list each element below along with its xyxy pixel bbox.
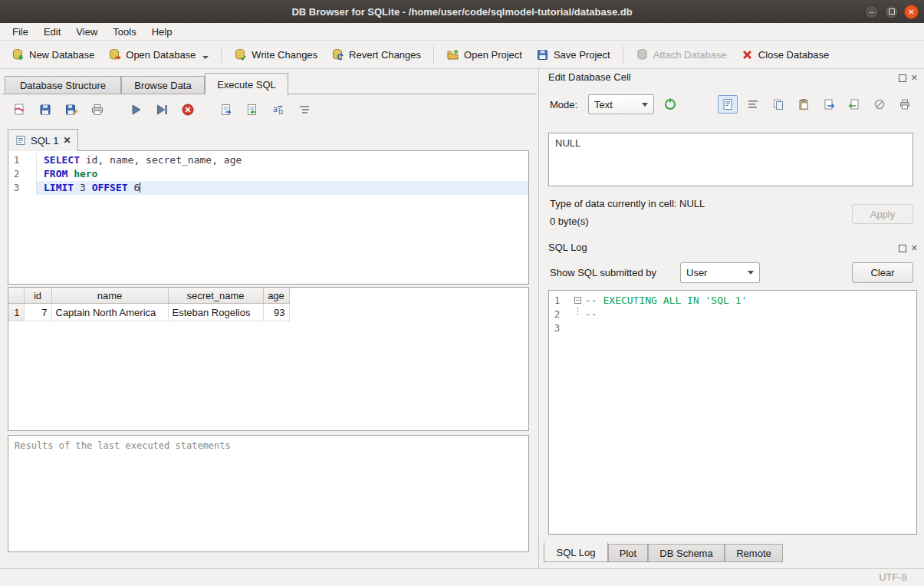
line-number: 3 (549, 321, 572, 335)
sql-file-tab[interactable]: SQL 1 ✕ (8, 129, 78, 151)
menu-edit[interactable]: Edit (36, 25, 68, 39)
row-header[interactable]: 1 (8, 304, 24, 321)
col-header-secret-name[interactable]: secret_name (168, 288, 263, 304)
cell-name[interactable]: Captain North America (51, 304, 168, 321)
maximize-button[interactable] (884, 5, 899, 19)
apply-button[interactable]: Apply (852, 204, 913, 224)
paste-cell-button[interactable] (794, 95, 814, 114)
log-filter-combobox[interactable]: User (680, 262, 760, 283)
encoding-status: UTF-8 (879, 571, 907, 583)
mode-combobox-value: Text (594, 99, 613, 110)
write-changes-button[interactable]: Write Changes (227, 44, 324, 65)
set-null-button[interactable] (870, 95, 889, 114)
save-sql-as-button[interactable] (61, 100, 81, 120)
tab-database-structure[interactable]: Database Structure (5, 76, 121, 94)
save-sql-file-icon (38, 103, 52, 117)
col-header-name[interactable]: name (51, 288, 168, 304)
open-database-button[interactable]: Open Database (101, 44, 215, 65)
sql-toolbar: ab (9, 100, 314, 120)
stop-execution-button[interactable] (178, 100, 198, 120)
tab-plot[interactable]: Plot (608, 544, 648, 562)
open-project-icon (446, 48, 459, 61)
svg-text:a: a (273, 105, 278, 114)
import-sql-icon (245, 103, 259, 117)
import-cell-button[interactable] (819, 95, 839, 114)
auto-mode-button[interactable] (660, 95, 680, 114)
import-cell-icon (823, 98, 835, 110)
fold-column: − (572, 294, 585, 308)
menu-tools[interactable]: Tools (105, 25, 143, 39)
export-results-button[interactable] (216, 100, 236, 120)
write-changes-label: Write Changes (252, 49, 317, 61)
sql-log-view[interactable]: 1 − -- EXECUTING ALL IN 'SQL 1' 2 -- 3 (548, 290, 917, 535)
execution-message-pane[interactable]: Results of the last executed statements (8, 435, 529, 552)
menu-help[interactable]: Help (144, 25, 180, 39)
log-line-3: 3 (549, 321, 916, 335)
log-filter-label: Show SQL submitted by (550, 267, 656, 278)
dock-close-icon[interactable]: ✕ (911, 244, 918, 252)
export-cell-icon (848, 98, 860, 110)
open-sql-file-button[interactable] (9, 100, 29, 120)
mode-combobox[interactable]: Text (588, 94, 654, 114)
attach-database-label: Attach Database (653, 49, 727, 61)
log-text: -- EXECUTING ALL IN 'SQL 1' (585, 294, 747, 308)
export-results-icon (219, 103, 233, 117)
log-text: -- (585, 308, 597, 321)
mode-label: Mode: (550, 99, 577, 110)
word-wrap-icon (747, 98, 759, 110)
execute-all-button[interactable] (126, 100, 146, 120)
dock-float-icon[interactable] (899, 245, 906, 252)
print-sql-button[interactable] (87, 100, 107, 120)
corner-header[interactable] (8, 288, 24, 304)
write-changes-icon (234, 48, 247, 61)
close-database-button[interactable]: Close Database (734, 44, 837, 65)
clear-log-button[interactable]: Clear (852, 262, 913, 283)
revert-changes-button[interactable]: Revert Changes (324, 44, 428, 65)
find-replace-button[interactable]: ab (268, 100, 288, 120)
minimize-button[interactable]: – (864, 5, 879, 19)
print-cell-button[interactable] (895, 95, 915, 114)
cell-editor[interactable]: NULL (548, 133, 913, 186)
menu-file[interactable]: File (5, 25, 36, 39)
tab-browse-data-label: Browse Data (134, 80, 191, 91)
line-number: 3 (8, 181, 37, 195)
tab-browse-data[interactable]: Browse Data (121, 76, 205, 94)
copy-icon (772, 98, 784, 110)
dock-float-icon[interactable] (899, 74, 906, 82)
cell-id[interactable]: 7 (24, 304, 51, 321)
tab-remote[interactable]: Remote (725, 544, 783, 562)
tab-db-schema[interactable]: DB Schema (648, 544, 725, 562)
execute-line-button[interactable] (152, 100, 172, 120)
sql-editor[interactable]: 1 SELECT id, name, secret_name, age 2 FR… (8, 150, 529, 285)
new-database-button[interactable]: New Database (5, 44, 101, 65)
tab-remote-label: Remote (736, 548, 771, 559)
sql-file-tab-close-icon[interactable]: ✕ (63, 136, 71, 145)
open-database-icon (108, 48, 121, 61)
cell-secret-name[interactable]: Esteban Rogelios (168, 304, 263, 321)
tab-sql-log[interactable]: SQL Log (544, 542, 608, 562)
auto-mode-icon (663, 97, 677, 111)
close-button[interactable]: ✕ (904, 5, 919, 19)
sql-log-dock-buttons: ✕ (899, 244, 918, 252)
attach-database-icon (636, 48, 649, 61)
edit-text-button[interactable] (718, 95, 738, 114)
dock-close-icon[interactable]: ✕ (911, 74, 918, 82)
word-wrap-button[interactable] (743, 95, 763, 114)
save-project-button[interactable]: Save Project (529, 44, 617, 65)
cell-age[interactable]: 93 (263, 304, 289, 321)
col-header-id[interactable]: id (24, 288, 51, 304)
col-header-age[interactable]: age (263, 288, 289, 304)
copy-cell-button[interactable] (768, 95, 788, 114)
menu-view[interactable]: View (68, 25, 105, 39)
paste-icon (797, 98, 810, 110)
import-sql-button[interactable] (242, 100, 262, 120)
open-project-button[interactable]: Open Project (439, 44, 529, 65)
format-sql-button[interactable] (294, 100, 314, 120)
tab-execute-sql[interactable]: Execute SQL (205, 73, 288, 95)
fold-collapse-icon[interactable]: − (574, 297, 581, 304)
attach-database-button[interactable]: Attach Database (629, 44, 734, 65)
maximize-icon (889, 8, 895, 15)
export-cell-button[interactable] (844, 95, 864, 114)
save-sql-file-button[interactable] (35, 100, 55, 120)
statusbar: UTF-8 (0, 568, 924, 586)
